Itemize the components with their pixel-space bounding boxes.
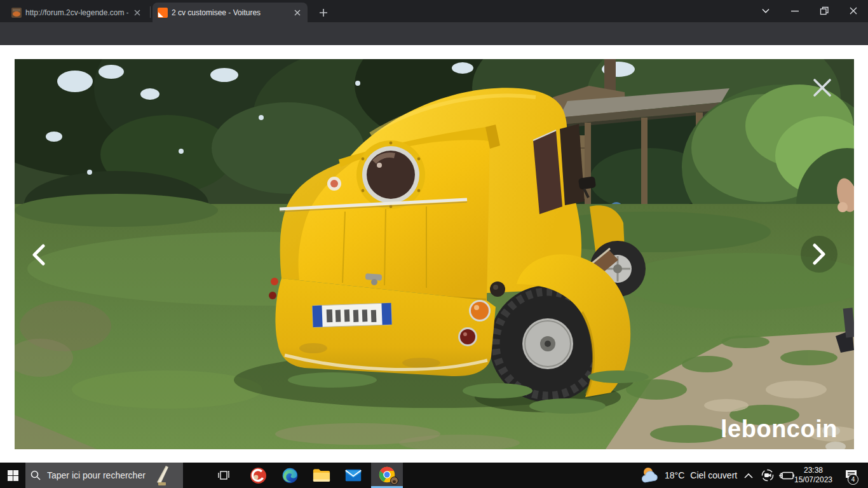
tab-title: http://forum.2cv-legende.com - A bbox=[25, 8, 128, 17]
screen: http://forum.2cv-legende.com - A 2 cv cu… bbox=[0, 0, 868, 488]
weather-condition: Ciel couvert bbox=[690, 470, 737, 480]
tab-favicon-leboncoin bbox=[158, 8, 168, 18]
photo-scene bbox=[15, 59, 854, 449]
close-icon bbox=[812, 78, 832, 98]
leboncoin-watermark: leboncoin bbox=[721, 416, 837, 443]
tab-strip: http://forum.2cv-legende.com - A 2 cv cu… bbox=[0, 0, 868, 22]
taskbar-app-chrome-active[interactable] bbox=[371, 463, 403, 488]
chevron-up-icon bbox=[744, 473, 753, 478]
close-icon bbox=[849, 6, 858, 15]
plus-icon bbox=[319, 8, 328, 17]
tab-forum-2cv[interactable]: http://forum.2cv-legende.com - A bbox=[6, 3, 147, 22]
tab-close-icon[interactable] bbox=[132, 8, 142, 18]
weather-cloudy-moon-icon bbox=[641, 467, 661, 484]
weather-button[interactable] bbox=[637, 463, 665, 488]
gallery-prev-button[interactable] bbox=[26, 241, 51, 269]
gallery-next-button[interactable] bbox=[801, 236, 837, 273]
chevron-left-icon bbox=[32, 244, 46, 266]
windows-logo-icon bbox=[8, 470, 18, 481]
page-content: leboncoin bbox=[0, 45, 868, 463]
taskbar-search[interactable] bbox=[25, 463, 183, 488]
taskbar-app-edge[interactable] bbox=[275, 463, 305, 488]
tray-overflow-button[interactable] bbox=[741, 463, 756, 488]
clock-date: 15/07/2023 bbox=[794, 475, 832, 485]
tab-close-icon[interactable] bbox=[292, 8, 302, 18]
taskbar-app-red[interactable] bbox=[243, 463, 273, 488]
listing-photo-2cv: leboncoin bbox=[15, 59, 854, 449]
task-view-button[interactable] bbox=[211, 463, 236, 488]
meet-now-camera-icon bbox=[761, 469, 774, 482]
mail-icon bbox=[345, 468, 362, 482]
search-input[interactable] bbox=[46, 470, 153, 481]
file-explorer-icon bbox=[313, 468, 330, 483]
minimize-icon bbox=[790, 6, 799, 15]
chrome-profile-badge bbox=[390, 477, 398, 485]
search-icon bbox=[31, 470, 41, 480]
red-app-icon bbox=[250, 467, 267, 484]
meet-now-button[interactable] bbox=[759, 463, 776, 488]
new-tab-button[interactable] bbox=[315, 4, 332, 21]
tab-separator bbox=[150, 6, 151, 18]
gallery-close-button[interactable] bbox=[810, 75, 835, 100]
taskbar-clock[interactable]: 23:38 15/07/2023 bbox=[790, 463, 837, 488]
restore-button[interactable] bbox=[811, 0, 837, 22]
tab-title: 2 cv customisee - Voitures bbox=[172, 8, 288, 17]
license-plate bbox=[312, 303, 391, 327]
weather-temperature: 18°C bbox=[665, 470, 684, 480]
taskbar-app-explorer[interactable] bbox=[306, 463, 337, 488]
chevron-down-icon bbox=[761, 6, 770, 15]
chevron-right-icon bbox=[812, 243, 826, 265]
close-window-button[interactable] bbox=[841, 0, 866, 22]
clock-time: 23:38 bbox=[804, 466, 823, 475]
windows-taskbar: 18°C Ciel couvert 23:38 15/07/2023 bbox=[0, 463, 868, 488]
tab-search-button[interactable] bbox=[753, 0, 778, 22]
taskbar-app-mail[interactable] bbox=[338, 463, 369, 488]
start-button[interactable] bbox=[0, 463, 25, 488]
tab-leboncoin[interactable]: 2 cv customisee - Voitures bbox=[153, 3, 308, 22]
search-highlight-image bbox=[153, 464, 170, 486]
notification-count-badge: 4 bbox=[848, 474, 858, 485]
restore-icon bbox=[820, 6, 829, 15]
task-view-icon bbox=[218, 470, 229, 481]
edge-icon bbox=[281, 467, 299, 484]
minimize-button[interactable] bbox=[782, 0, 808, 22]
weather-text[interactable]: 18°C Ciel couvert bbox=[665, 463, 737, 488]
tab-favicon-photo bbox=[11, 8, 22, 18]
browser-toolbar: leboncoin.fr/offre/voitures/2379571157 3… bbox=[0, 22, 868, 45]
